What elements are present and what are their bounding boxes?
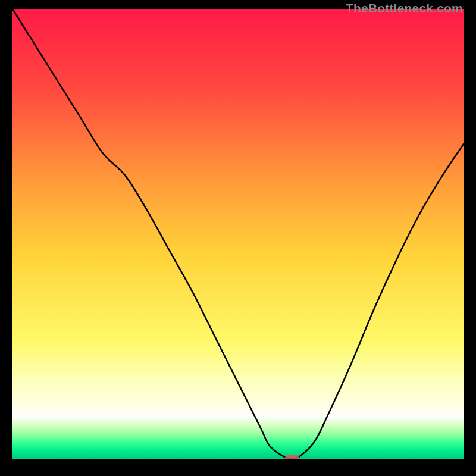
chart-svg <box>12 9 464 459</box>
watermark-text: TheBottleneck.com <box>346 1 463 15</box>
gradient-background <box>12 9 464 459</box>
optimal-point-marker <box>285 455 299 459</box>
plot-area <box>12 9 464 459</box>
chart-frame: TheBottleneck.com <box>0 0 476 476</box>
